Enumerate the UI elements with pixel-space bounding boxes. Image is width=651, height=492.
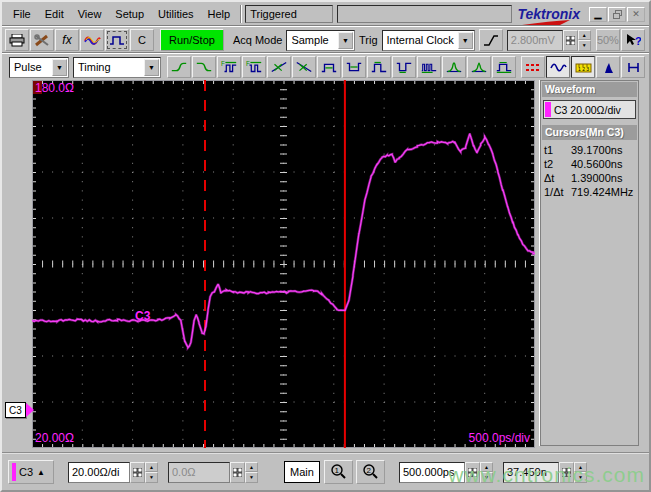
keypad-button[interactable] <box>465 462 480 483</box>
chevron-down-icon[interactable]: ▼ <box>338 32 353 49</box>
tektronix-logo: Tektronix <box>518 6 581 23</box>
waveform-display-toggle-button[interactable] <box>546 56 570 78</box>
rise-time-icon <box>170 60 188 74</box>
falling-cross-button[interactable] <box>292 56 316 78</box>
spin-down-icon[interactable]: ▼ <box>145 472 158 483</box>
neg-period-button[interactable] <box>392 56 416 78</box>
horizontal-position-spinner[interactable]: ▲▼ <box>574 462 587 483</box>
menu-help[interactable]: Help <box>201 5 238 23</box>
spin-down-icon[interactable]: ▼ <box>480 472 493 483</box>
clear-button[interactable]: C <box>130 29 154 51</box>
waveform-header: Waveform <box>542 82 637 97</box>
histogram-toggle-button[interactable] <box>596 56 620 78</box>
settling-button[interactable] <box>492 56 516 78</box>
pos-period-button[interactable] <box>367 56 391 78</box>
trig-slope-button[interactable] <box>479 29 503 51</box>
close-button[interactable]: ✕ <box>627 7 645 22</box>
signal-type-select[interactable]: Pulse ▼ <box>9 57 69 78</box>
neg-overshoot-button[interactable] <box>467 56 491 78</box>
spin-down-icon[interactable]: ▼ <box>578 40 591 51</box>
neg-width-icon <box>345 60 363 74</box>
vertical-scale-input[interactable] <box>72 466 126 478</box>
neg-width-button[interactable] <box>342 56 366 78</box>
waveform-list-item[interactable]: C3 20.00Ω/div <box>543 100 636 119</box>
vertical-offset-spinner[interactable]: ▲▼ <box>245 462 258 483</box>
math-button[interactable]: fx <box>55 29 79 51</box>
waveform-color-button[interactable] <box>80 29 104 51</box>
trig-level-spinner[interactable]: ▲▼ <box>578 30 591 51</box>
menu-utilities[interactable]: Utilities <box>151 5 200 23</box>
burst-width-button[interactable] <box>417 56 441 78</box>
spin-down-icon[interactable]: ▼ <box>245 472 258 483</box>
vertical-bottom-label: 20.00Ω <box>35 431 74 445</box>
horizontal-view-button[interactable]: Main <box>284 461 320 483</box>
horizontal-scale-input[interactable] <box>403 466 461 478</box>
run-stop-button[interactable]: Run/Stop <box>160 29 224 51</box>
spin-up-icon[interactable]: ▲ <box>145 462 158 473</box>
plot-svg[interactable] <box>32 80 535 448</box>
keypad-button[interactable] <box>563 30 578 51</box>
measure-category-select[interactable]: Timing ▼ <box>73 57 161 78</box>
minimize-button[interactable]: ▁ <box>589 7 607 22</box>
vertical-scale-spinner[interactable]: ▲▼ <box>145 462 158 483</box>
menu-edit[interactable]: Edit <box>38 5 71 23</box>
vertical-offset-input[interactable] <box>172 466 226 478</box>
keypad-button[interactable] <box>130 462 145 483</box>
chevron-down-icon[interactable]: ▼ <box>458 32 473 49</box>
restore-button[interactable] <box>608 7 626 22</box>
cursors-toggle-button[interactable] <box>521 56 545 78</box>
trig-level-input[interactable] <box>511 34 559 46</box>
freq-neg-button[interactable]: F <box>242 56 266 78</box>
menu-separator <box>240 5 242 23</box>
set-50-percent-button[interactable]: 50% <box>596 29 620 51</box>
rising-cross-button[interactable] <box>267 56 291 78</box>
horizontal-scale-spinner[interactable]: ▲▼ <box>480 462 493 483</box>
channel-select-button[interactable]: C3 ▲ <box>8 460 54 484</box>
fall-time-button[interactable] <box>192 56 216 78</box>
context-help-button[interactable]: ? <box>621 29 645 51</box>
horizontal-position-field[interactable] <box>503 462 559 483</box>
print-button[interactable] <box>5 29 29 51</box>
menu-view[interactable]: View <box>71 5 109 23</box>
spin-down-icon[interactable]: ▼ <box>574 472 587 483</box>
spin-up-icon[interactable]: ▲ <box>245 462 258 473</box>
display-area: 180.0Ω 20.00Ω 500.0ps/div C3 C3 Waveform… <box>2 80 649 452</box>
spin-up-icon[interactable]: ▲ <box>480 462 493 473</box>
pos-overshoot-button[interactable] <box>442 56 466 78</box>
menu-setup[interactable]: Setup <box>108 5 151 23</box>
acq-mode-label: Acq Mode <box>233 34 283 46</box>
cursors-icon <box>525 61 541 74</box>
acq-mode-select[interactable]: Sample ▼ <box>286 30 355 51</box>
vertical-cursor-toggle-button[interactable] <box>621 56 645 78</box>
menu-file[interactable]: File <box>6 5 38 23</box>
trigger-status: Triggered <box>245 5 333 23</box>
keypad-button[interactable] <box>230 462 245 483</box>
vertical-offset-field[interactable] <box>168 462 230 483</box>
freq-pos-button[interactable]: F <box>217 56 241 78</box>
channel-marker[interactable]: C3 <box>5 402 34 418</box>
magnify-2-button[interactable]: 2 <box>356 460 385 484</box>
trig-source-select[interactable]: Internal Clock ▼ <box>382 30 475 51</box>
measurement-readout-toggle-button[interactable]: 1 2 3 <box>571 56 595 78</box>
graticule[interactable]: 180.0Ω 20.00Ω 500.0ps/div C3 <box>32 80 535 448</box>
sine-display-icon <box>550 61 567 74</box>
spin-up-icon[interactable]: ▲ <box>578 30 591 41</box>
tools-button[interactable] <box>30 29 54 51</box>
histogram-icon <box>600 61 617 74</box>
vertical-scale-field[interactable] <box>68 462 130 483</box>
pulse-select-button[interactable] <box>105 29 129 51</box>
readout-label: 1/Δt <box>544 186 571 198</box>
channel-marker-label: C3 <box>5 402 26 418</box>
horizontal-scale-field[interactable] <box>399 462 465 483</box>
trig-level-field[interactable] <box>507 30 563 51</box>
magnify-1-button[interactable]: 1 <box>324 460 353 484</box>
chevron-down-icon[interactable]: ▼ <box>52 59 67 76</box>
chevron-down-icon[interactable]: ▼ <box>144 59 159 76</box>
spin-up-icon[interactable]: ▲ <box>574 462 587 473</box>
pos-width-button[interactable] <box>317 56 341 78</box>
horizontal-position-input[interactable] <box>507 466 555 478</box>
keypad-button[interactable] <box>559 462 574 483</box>
keypad-icon <box>233 468 242 477</box>
readout-value: 40.5600ns <box>571 158 622 170</box>
rise-time-button[interactable] <box>167 56 191 78</box>
